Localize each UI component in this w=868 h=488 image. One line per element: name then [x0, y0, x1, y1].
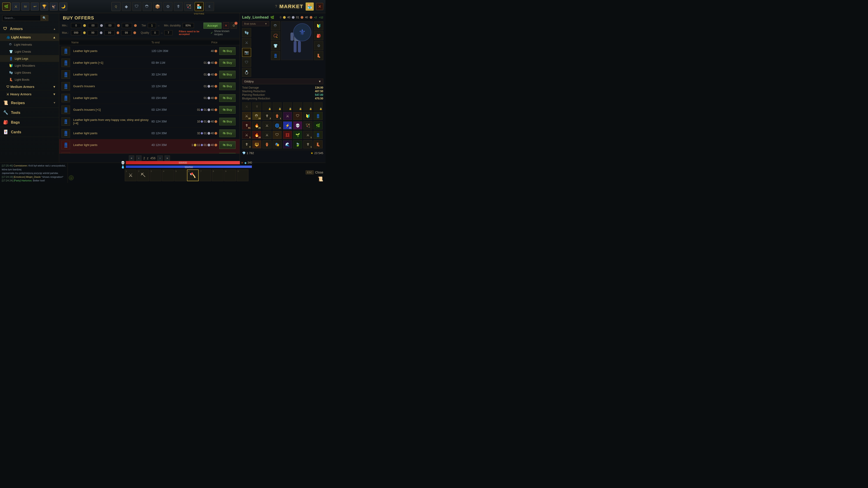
page-prev-button[interactable]: ‹ [136, 156, 142, 161]
inv-slot-24[interactable]: 👖 [313, 131, 322, 139]
esc-close-button[interactable]: ESC Close [306, 170, 323, 174]
sidebar-item-cards[interactable]: 🃏 Cards [0, 127, 59, 137]
buy-button[interactable]: 🛍 Buy [219, 141, 236, 149]
hotbar-slot-8[interactable]: 8 [212, 169, 223, 181]
hotbar-slot-0[interactable]: 0 [237, 169, 248, 181]
inv-slot-30[interactable]: 🍃 [293, 140, 302, 149]
page-last-button[interactable]: » [164, 156, 170, 161]
char-slot-helmet[interactable]: ⛑ [271, 21, 280, 30]
max-gold-input[interactable] [71, 30, 81, 35]
char-slot-shield[interactable]: 🛡 [242, 58, 251, 67]
inv-slot-21[interactable]: 💢 [283, 131, 292, 139]
sidebar-item-light-legs[interactable]: 👖 Light Legs [0, 55, 59, 62]
close-nav-button[interactable]: ✕ [316, 3, 323, 10]
inv-slot-11[interactable]: ⚔ [262, 121, 272, 129]
inv-slot-27[interactable]: 🏺 [262, 140, 272, 149]
center-icon-sword2[interactable]: 🗡 [174, 2, 183, 11]
inv-slot-18[interactable]: 15🔥 [252, 131, 261, 139]
max-copper2-input[interactable] [121, 30, 131, 35]
nav-icon-moon[interactable]: 🌙 [59, 2, 67, 11]
center-icon-helmet[interactable]: ⛑ [143, 2, 152, 11]
quality-min-input[interactable] [151, 30, 159, 35]
inv-slot-20[interactable]: 🛡 [273, 131, 282, 139]
center-icon-diamond[interactable]: ◆ [122, 2, 131, 11]
sidebar-item-light-chests[interactable]: 👕 Light Chests [0, 48, 59, 55]
tier-input[interactable] [148, 23, 156, 28]
char-slot-selected[interactable]: 📷 [242, 48, 251, 57]
buy-button[interactable]: 🛍 Buy [219, 71, 236, 78]
inv-slot-15[interactable]: 🏹 [303, 121, 312, 129]
buy-button[interactable]: 🛍 Buy [219, 94, 236, 102]
center-icon-gear[interactable]: ⚙ [163, 2, 173, 11]
inv-slot-16[interactable]: 🌿 [313, 121, 322, 129]
inv-slot-29[interactable]: 🌊 [283, 140, 292, 149]
search-button[interactable]: 🔍 [41, 15, 49, 21]
sidebar-item-bags[interactable]: 🎒 Bags [0, 118, 59, 127]
accept-button[interactable]: Accept [204, 23, 221, 29]
inv-slot-12[interactable]: 21🌀 [273, 121, 282, 129]
sidebar-item-medium-armors[interactable]: 🛡 Medium Armors ▼ [0, 83, 59, 91]
center-icon-e[interactable]: E [205, 2, 214, 11]
center-icon-shield[interactable]: 🛡 [132, 2, 141, 11]
inv-slot-17[interactable]: 1⚔ [242, 131, 251, 139]
sidebar-item-heavy-armors[interactable]: ⚔ Heavy Armors ▼ [0, 91, 59, 98]
inv-slot-13[interactable]: 26⚡ [283, 121, 292, 129]
sidebar-item-light-gloves[interactable]: 🧤 Light Gloves [0, 69, 59, 76]
hotbar-slot-5[interactable]: 5 [175, 169, 186, 181]
equip-slot-8[interactable] [313, 102, 322, 110]
sidebar-item-recipes[interactable]: 📜 Recipes ▼ [0, 98, 59, 108]
inv-slot-22[interactable]: 🌱 [293, 131, 302, 139]
hotbar-slot-9[interactable]: 9 [224, 169, 236, 181]
inv-slot-5[interactable]: ⚔ [283, 112, 292, 120]
center-icon-cart[interactable]: 🏪 VISITING [195, 2, 204, 11]
buy-button[interactable]: 🛍 Buy [219, 59, 236, 67]
inv-slot-10[interactable]: 25🔥 [252, 121, 261, 129]
char-slot-gloves[interactable]: 🧤 [242, 28, 251, 37]
title-dropdown[interactable]: Brak tytułu ▼ [242, 21, 269, 26]
nav-icon-sword[interactable]: ⚔ [12, 2, 20, 11]
equip-slot-3[interactable] [262, 102, 272, 110]
inv-slot-31[interactable]: 1🗡 [303, 140, 312, 149]
center-icon-box[interactable]: 📦 [153, 2, 162, 11]
equip-slot-5[interactable] [283, 102, 292, 110]
max-copper1-input[interactable] [104, 30, 115, 35]
inv-slot-3[interactable]: 🗡2 [262, 112, 272, 120]
buy-button[interactable]: 🛍 Buy [219, 118, 236, 125]
equip-slot-4[interactable] [273, 102, 282, 110]
page-first-button[interactable]: « [129, 156, 134, 161]
char-slot-legs2[interactable]: 👖 [271, 51, 280, 60]
nav-icon-leaf[interactable]: 🌿 [2, 2, 10, 11]
inv-slot-14[interactable]: 💀 [293, 121, 302, 129]
char-slot-chest[interactable]: 👕 [271, 41, 280, 50]
inv-slot-23[interactable]: 1⚔ [303, 131, 312, 139]
nav-icon-back[interactable]: ↩ [31, 2, 39, 11]
equip-slot-6[interactable] [293, 102, 302, 110]
center-icon-q[interactable]: Q [112, 2, 121, 11]
durability-input[interactable] [183, 23, 194, 28]
sidebar-item-tools[interactable]: 🔧 Tools [0, 108, 59, 118]
inv-slot-19[interactable]: ⚔ [262, 131, 272, 139]
equip-slot-7[interactable] [303, 102, 312, 110]
hotbar-slot-3[interactable]: 3 [150, 169, 161, 181]
inv-slot-32[interactable]: 👢 [313, 140, 322, 149]
min-copper2-input[interactable] [122, 23, 132, 28]
search-input[interactable] [2, 15, 41, 21]
equip-slot-2[interactable]: 🗡 [252, 102, 261, 110]
nav-icon-rank[interactable]: 🏆 [40, 2, 49, 11]
hotbar-slot-4[interactable]: 4 [162, 169, 174, 181]
char-slot-weapon[interactable]: ⚔ [242, 38, 251, 47]
inv-slot-28[interactable]: 🎭 [273, 140, 282, 149]
inv-slot-2[interactable]: ⛑16 [252, 112, 261, 120]
nav-icon-badge1[interactable]: 50 [21, 2, 29, 11]
sidebar-item-light-armors[interactable]: 🧥 Light Armors ▲ [0, 34, 59, 41]
help-icon[interactable]: ? [275, 4, 277, 8]
inv-slot-7[interactable]: 🔰 [303, 112, 312, 120]
sidebar-item-light-shoulders[interactable]: 🔰 Light Shoulders [0, 62, 59, 69]
filter-settings-button[interactable]: ⚙ 2 [230, 22, 237, 29]
char-slot-boots[interactable]: 👢 [314, 51, 323, 60]
page-next-button[interactable]: › [157, 156, 163, 161]
inv-slot-25[interactable]: 3🗡 [242, 140, 251, 149]
buy-button[interactable]: 🛍 Buy [219, 106, 236, 113]
sidebar-item-light-helmets[interactable]: ⛑ Light Helmets [0, 41, 59, 48]
char-slot-back[interactable]: 🎒 [314, 31, 323, 40]
